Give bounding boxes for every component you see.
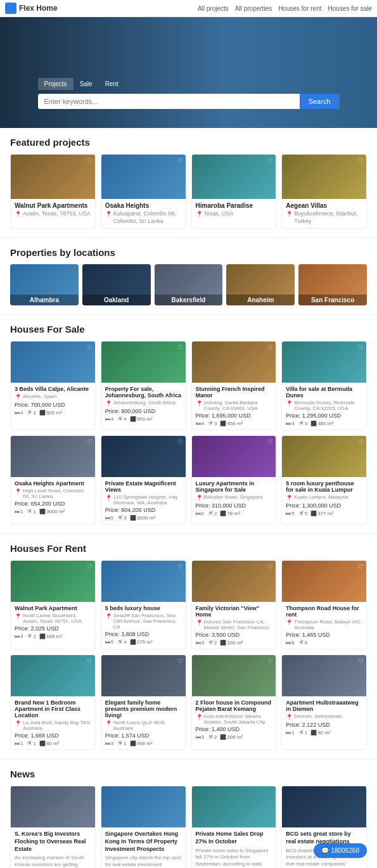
- house-card[interactable]: ♡ Villa for sale at Bermuda Dunes 📍Bermu…: [281, 341, 367, 430]
- house-price: Price: 1,295,000 USD: [286, 412, 362, 419]
- project-location: 📍 Austin, Texas, 78753, USA: [15, 210, 91, 219]
- chat-button[interactable]: 💬 18006268: [314, 843, 367, 858]
- house-location: 📍Alicante, Spain: [15, 393, 91, 400]
- favorite-icon[interactable]: ♡: [87, 438, 93, 445]
- favorite-icon[interactable]: ♡: [177, 344, 183, 351]
- house-card[interactable]: ♡ Property For sale, Johannesburg, South…: [101, 341, 186, 430]
- house-name: Property For sale, Johannesburg, South A…: [105, 386, 182, 399]
- house-card[interactable]: ♡ 2 Floor house in Compound Pejaten Bara…: [191, 654, 277, 750]
- favorite-icon[interactable]: ♡: [358, 157, 364, 164]
- location-label: Oakland: [82, 295, 151, 305]
- house-price: Price: 1,465 USD: [286, 632, 362, 638]
- house-meta: 🛏 4 🚿 4 ⬛ 500 m²: [105, 416, 182, 422]
- featured-projects-title: Featured projects: [10, 137, 367, 148]
- house-card[interactable]: ♡ 5 room luxury penthouse for sale in Ku…: [281, 435, 367, 525]
- house-card[interactable]: ♡ Elegant family home presents premium m…: [101, 654, 186, 750]
- favorite-icon[interactable]: ♡: [177, 438, 183, 445]
- favorite-icon[interactable]: ♡: [177, 658, 183, 665]
- house-card[interactable]: ♡ Osaka Heights Apartment 📍High Level Ro…: [10, 435, 96, 525]
- tab-rent[interactable]: Rent: [99, 78, 125, 90]
- favorite-icon[interactable]: ♡: [358, 658, 364, 665]
- favorite-icon[interactable]: ♡: [358, 438, 364, 445]
- house-location: 📍Kota Administrasi Jakarta Selatan, Sout…: [196, 713, 272, 725]
- news-grid: S. Korea's Big Investors Flocking to Ove…: [10, 786, 367, 868]
- search-button[interactable]: Search: [300, 94, 340, 109]
- news-card[interactable]: S. Korea's Big Investors Flocking to Ove…: [10, 786, 96, 868]
- house-meta: 🛏 3 🚿 2 ⬛ 330 m²: [196, 640, 272, 646]
- location-card[interactable]: Bakersfield: [155, 264, 223, 305]
- house-card[interactable]: ♡ Stunning French Inspired Manor 📍Solvan…: [191, 341, 277, 430]
- house-meta: 🛏 3 🚿 2 ⬛ 206 m²: [196, 734, 272, 740]
- house-location: 📍North Leura QLD 4826, Australia: [105, 720, 182, 731]
- favorite-icon[interactable]: ♡: [267, 344, 273, 351]
- favorite-icon[interactable]: ♡: [358, 563, 364, 570]
- house-card[interactable]: ♡ Brand New 1 Bedroom Apartment in First…: [10, 654, 96, 750]
- house-price: Price: 1,400 USD: [196, 726, 272, 732]
- project-card[interactable]: ♡ Aegean Villas 📍 Buyukcekmece, Istanbul…: [281, 154, 367, 229]
- news-card[interactable]: Private Home Sales Drop 27% In October P…: [191, 786, 277, 868]
- favorite-icon[interactable]: ♡: [87, 563, 93, 570]
- house-meta: 🛏 8 🚿 6: [286, 640, 362, 646]
- project-location: 📍 Kuluapane, Colombo 08, Colombo, Sri La…: [105, 210, 182, 225]
- favorite-icon[interactable]: ♡: [87, 658, 93, 665]
- news-card[interactable]: Singapore Overtakes Hong Kong In Terms O…: [101, 786, 186, 868]
- location-card[interactable]: San Francisco: [298, 264, 367, 305]
- house-card[interactable]: ♡ Luxury Apartments in Singapore for Sal…: [191, 435, 277, 525]
- house-name: Luxury Apartments in Singapore for Sale: [196, 480, 272, 493]
- favorite-icon[interactable]: ♡: [267, 157, 273, 164]
- house-card[interactable]: ♡ Apartment Huibstraaatweg in Diemen 📍Di…: [281, 654, 367, 750]
- house-card[interactable]: ♡ Thompson Road House for rent 📍Thompson…: [281, 560, 367, 649]
- news-item-desc: Singapore city claims the top spot for r…: [105, 855, 182, 868]
- location-card[interactable]: Anaheim: [226, 264, 295, 305]
- house-card[interactable]: ♡ Family Victorian "View" Home 📍Dolores …: [191, 560, 277, 649]
- house-price: Price: 3,808 USD: [105, 631, 182, 637]
- hero-search-bar: Search: [38, 94, 340, 109]
- project-card[interactable]: ♡ Himaroba Paradise 📍 Texas, USA: [191, 154, 277, 229]
- tab-sale[interactable]: Sale: [73, 78, 99, 90]
- project-name: Himaroba Paradise: [196, 202, 272, 209]
- location-card[interactable]: Alhambra: [10, 264, 79, 305]
- nav-houses-rent[interactable]: Houses for rent: [278, 5, 321, 12]
- house-card[interactable]: ♡ Private Estate Magnificent Views 📍110 …: [101, 435, 186, 525]
- houses-for-sale-section: Houses For Sale ♡ 3 Beds Villa Calpe, Al…: [0, 315, 377, 533]
- house-location: 📍Bermuda Dunes, Riverside County, CA 922…: [286, 400, 362, 411]
- location-card[interactable]: Oakland: [82, 264, 151, 305]
- house-card[interactable]: ♡ 3 Beds Villa Calpe, Alicante 📍Alicante…: [10, 341, 96, 430]
- house-location: 📍Kuala Lumpur, Malaysia: [286, 494, 362, 501]
- nav-all-properties[interactable]: All properties: [235, 5, 272, 12]
- project-location: 📍 Buyukcekmece, Istanbul, Turkey: [286, 210, 362, 225]
- search-input[interactable]: [38, 94, 300, 109]
- house-name: Brand New 1 Bedroom Apartment in First C…: [15, 699, 91, 718]
- favorite-icon[interactable]: ♡: [87, 344, 93, 351]
- top-nav: Flex Home All projects All properties Ho…: [0, 0, 377, 17]
- favorite-icon[interactable]: ♡: [267, 438, 273, 445]
- nav-all-projects[interactable]: All projects: [198, 5, 229, 12]
- favorite-icon[interactable]: ♡: [267, 658, 273, 665]
- location-label: Bakersfield: [155, 295, 223, 305]
- house-meta: 🛏 4 🚿 3 ⬛ 480 m²: [286, 421, 362, 426]
- house-location: 📍Seacliff San Francisco, Sea Cliff Avenu…: [105, 613, 182, 630]
- house-location: 📍110 Springdale Heights, Hay Denmark, WA…: [105, 494, 182, 506]
- houses-for-rent-title: Houses For Rent: [10, 543, 367, 554]
- tab-projects[interactable]: Projects: [38, 78, 73, 90]
- favorite-icon[interactable]: ♡: [177, 563, 183, 570]
- house-price: Price: 800,000 USD: [105, 408, 182, 414]
- houses-for-sale-title: Houses For Sale: [10, 324, 367, 335]
- project-card[interactable]: ♡ Osaka Heights 📍 Kuluapane, Colombo 08,…: [101, 154, 186, 229]
- house-location: 📍North Lamar Boulevard, Austin, Texas 78…: [15, 613, 91, 624]
- house-card[interactable]: ♡ 5 beds luxury house 📍Seacliff San Fran…: [101, 560, 186, 649]
- house-card[interactable]: ♡ Walnut Park Apartment 📍North Lamar Bou…: [10, 560, 96, 649]
- favorite-icon[interactable]: ♡: [87, 157, 93, 164]
- favorite-icon[interactable]: ♡: [358, 344, 364, 351]
- house-meta: 🛏 1 🚿 1 ⬛ 80 m²: [15, 741, 91, 746]
- house-name: 5 beds luxury house: [105, 605, 182, 611]
- house-name: Elegant family home presents premium mod…: [105, 699, 182, 718]
- locations-title: Properties by locations: [10, 247, 367, 258]
- nav-houses-sale[interactable]: Houses for sale: [328, 5, 372, 12]
- favorite-icon[interactable]: ♡: [267, 563, 273, 570]
- logo-icon: [5, 3, 16, 14]
- house-meta: 🛏 4 🚿 3 ⬛ 458 m²: [196, 421, 272, 426]
- favorite-icon[interactable]: ♡: [177, 157, 183, 164]
- house-price: Price: 1,574 USD: [105, 732, 182, 739]
- project-card[interactable]: ♡ Walnut Park Apartments 📍 Austin, Texas…: [10, 154, 96, 229]
